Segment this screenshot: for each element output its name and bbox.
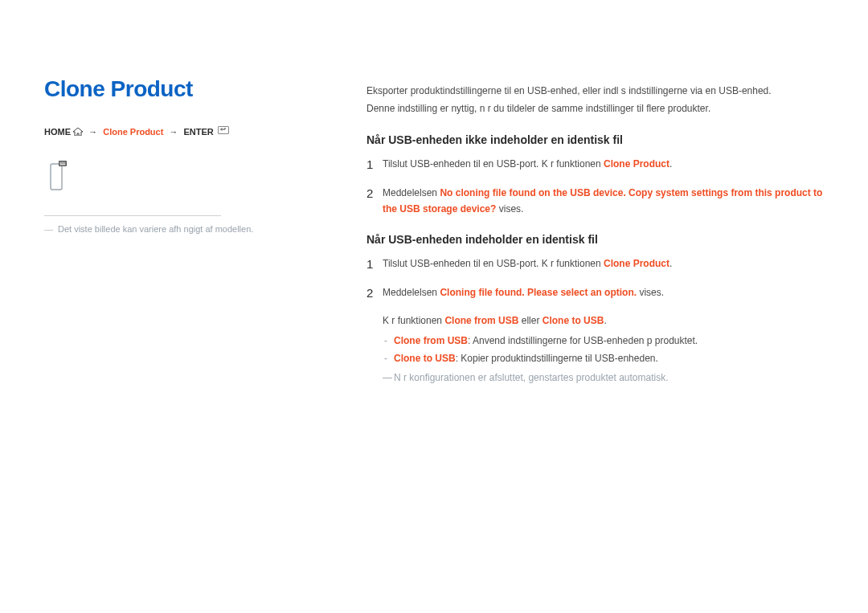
text: Meddelelsen: [383, 187, 440, 198]
text: Tilslut USB-enheden til en USB-port. K r…: [383, 158, 604, 170]
clone-to-usb-label: Clone to USB: [542, 315, 604, 326]
dash-item-2: Clone to USB: Kopier produktindstillinge…: [394, 350, 825, 366]
dash-item-1: Clone from USB: Anvend indstillingerne f…: [394, 333, 825, 349]
clone-product-label: Clone Product: [604, 158, 669, 170]
page-title: Clone Product: [44, 76, 309, 102]
section-a-heading: Når USB-enheden ikke indeholder en ident…: [366, 133, 825, 146]
intro-line-2: Denne indstilling er nyttig, n r du tild…: [366, 103, 710, 114]
clone-product-label: Clone Product: [604, 258, 669, 269]
intro-line-1: Eksporter produktindstillingerne til en …: [366, 85, 772, 96]
arrow-icon: →: [169, 127, 178, 137]
text: : Kopier produktindstillingerne til USB-…: [456, 353, 658, 364]
section-b-step-1: 1 Tilslut USB-enheden til en USB-port. K…: [366, 255, 825, 275]
text: vises.: [496, 203, 523, 215]
message-text: No cloning file found on the USB device.…: [383, 187, 822, 215]
section-a-step-1: 1 Tilslut USB-enheden til en USB-port. K…: [366, 156, 825, 175]
arrow-icon: →: [88, 127, 97, 137]
note-text: N r konfigurationen er afsluttet, gensta…: [394, 372, 669, 383]
step-body: Tilslut USB-enheden til en USB-port. K r…: [383, 255, 825, 272]
text: .: [669, 258, 672, 269]
text: vises.: [637, 287, 664, 298]
text: K r funktionen: [383, 315, 444, 326]
section-a-step-2: 2 Meddelelsen No cloning file found on t…: [366, 185, 825, 218]
step-number: 1: [366, 154, 383, 175]
section-b-heading: Når USB-enheden indeholder en identisk f…: [366, 233, 825, 246]
text: : Anvend indstillingerne for USB-enheden…: [468, 335, 698, 346]
breadcrumb: HOME → Clone Product → ENTER: [44, 126, 309, 137]
document-page: Clone Product HOME → Clone Product → ENT…: [0, 0, 868, 613]
step-body: Tilslut USB-enheden til en USB-port. K r…: [383, 156, 825, 172]
text: Meddelelsen: [383, 287, 440, 298]
divider: [44, 215, 221, 216]
step-number: 2: [366, 283, 383, 304]
clone-to-usb-label: Clone to USB: [394, 353, 456, 364]
step-body: Meddelelsen Cloning file found. Please s…: [383, 284, 825, 300]
text: eller: [518, 315, 542, 326]
clone-from-usb-label: Clone from USB: [444, 315, 518, 326]
text: .: [604, 315, 606, 326]
section-b-step-2: 2 Meddelelsen Cloning file found. Please…: [366, 284, 825, 304]
image-caption: ―Det viste billede kan variere afh ngigt…: [44, 223, 309, 236]
clone-from-usb-label: Clone from USB: [394, 335, 468, 346]
caption-dash: ―: [44, 224, 53, 234]
breadcrumb-home: HOME: [44, 127, 71, 137]
enter-icon: [218, 126, 229, 134]
text: .: [669, 158, 672, 170]
message-text: Cloning file found. Please select an opt…: [440, 287, 637, 298]
home-icon: [73, 128, 83, 136]
caption-text: Det viste billede kan variere afh ngigt …: [58, 224, 253, 234]
device-icon: [47, 159, 309, 196]
intro-paragraph: Eksporter produktindstillingerne til en …: [366, 83, 825, 117]
step-number: 2: [366, 183, 383, 204]
note: N r konfigurationen er afsluttet, gensta…: [394, 372, 825, 383]
breadcrumb-enter: ENTER: [183, 127, 213, 137]
svg-rect-0: [51, 164, 62, 190]
subline: K r funktionen Clone from USB eller Clon…: [383, 313, 825, 329]
text: Tilslut USB-enheden til en USB-port. K r…: [383, 258, 604, 269]
left-column: Clone Product HOME → Clone Product → ENT…: [44, 76, 309, 236]
breadcrumb-clone-product: Clone Product: [103, 127, 163, 137]
right-column: Eksporter produktindstillingerne til en …: [366, 83, 825, 383]
step-number: 1: [366, 254, 383, 275]
step-body: Meddelelsen No cloning file found on the…: [383, 185, 825, 218]
